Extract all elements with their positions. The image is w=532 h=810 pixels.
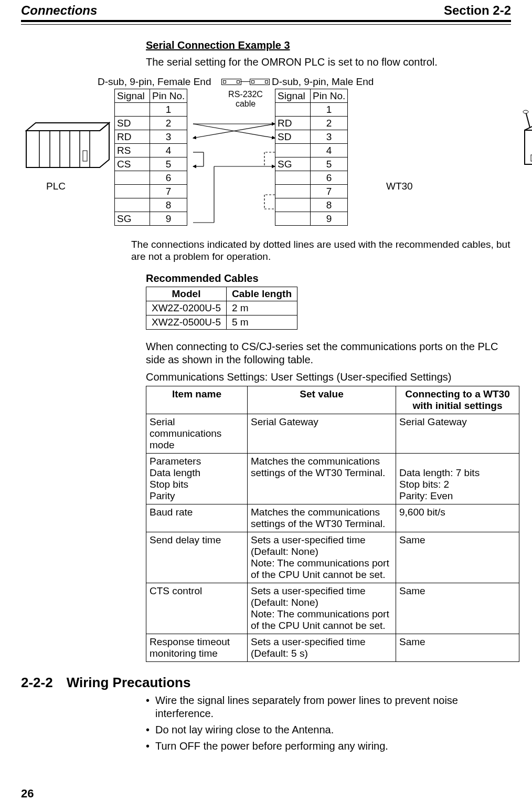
l5s: CS [115, 157, 150, 171]
page-header: Connections Section 2-2 [21, 0, 511, 18]
l4s: RS [115, 144, 150, 157]
recommended-cables-heading: Recommended Cables [146, 272, 511, 285]
s4-item: CTS control [146, 583, 248, 634]
l1s [115, 103, 150, 117]
svg-rect-20 [83, 151, 87, 161]
r6s [275, 171, 311, 185]
plc-icon [21, 110, 110, 178]
pin-table-right: Signal Pin No. 1 RD2 SD3 4 SG5 6 7 8 9 [275, 89, 348, 226]
serial-example-heading: Serial Connection Example 3 [146, 39, 511, 51]
precaution-0: Wire the signal lines separately from po… [146, 694, 511, 720]
wt30-label: WT30 [386, 181, 413, 192]
r8s [275, 198, 311, 212]
s1-item: Parameters Data length Stop bits Parity [146, 453, 248, 504]
right-col-pin: Pin No. [311, 89, 348, 103]
s3-conn: Same [396, 532, 519, 583]
l9s: SG [115, 212, 150, 226]
left-col-pin: Pin No. [150, 89, 187, 103]
s5-conn: Same [396, 634, 519, 661]
s3-set: Sets a user-specified time (Default: Non… [248, 532, 396, 583]
settings-intro2: Communications Settings: User Settings (… [146, 371, 511, 384]
set-col-item: Item name [146, 386, 248, 414]
svg-point-21 [523, 110, 528, 113]
header-rule [21, 20, 511, 25]
r3p: 3 [311, 130, 348, 144]
header-left: Connections [21, 3, 97, 18]
rec-col-model: Model [146, 287, 227, 301]
l8p: 8 [150, 198, 187, 212]
r8p: 8 [311, 198, 348, 212]
female-end-label: D-sub, 9-pin, Female End [98, 76, 211, 88]
l7p: 7 [150, 185, 187, 198]
r3s: SD [275, 130, 311, 144]
s4-conn: Same [396, 583, 519, 634]
right-col-signal: Signal [275, 89, 311, 103]
s0-set: Serial Gateway [248, 414, 396, 453]
s2-item: Baud rate [146, 504, 248, 532]
r2s: RD [275, 117, 311, 130]
settings-intro1: When connecting to CS/CJ-series set the … [146, 340, 511, 366]
s2-conn: 9,600 bit/s [396, 504, 519, 532]
l3s: RD [115, 130, 150, 144]
l4p: 4 [150, 144, 187, 157]
wiring-diagram: D-sub, 9-pin, Female End D-sub, 9-pin, M… [109, 78, 511, 236]
wiring-precautions-list: Wire the signal lines separately from po… [146, 694, 511, 753]
r7s [275, 185, 311, 198]
r2p: 2 [311, 117, 348, 130]
l7s [115, 185, 150, 198]
s1-conn: Data length: 7 bits Stop bits: 2 Parity:… [396, 453, 519, 504]
connector-left-icon [221, 79, 241, 85]
r9s [275, 212, 311, 226]
s5-set: Sets a user-specified time (Default: 5 s… [248, 634, 396, 661]
rec-0-model: XW2Z-0200U-5 [146, 301, 227, 315]
wiring-precautions-heading: 2-2-2 Wiring Precautions [21, 675, 511, 691]
l8s [115, 198, 150, 212]
r6p: 6 [311, 171, 348, 185]
r4s [275, 144, 311, 157]
r5s: SG [275, 157, 311, 171]
s0-conn: Serial Gateway [396, 414, 519, 453]
cable-line [240, 81, 250, 82]
l5p: 5 [150, 157, 187, 171]
rec-1-model: XW2Z-0500U-5 [146, 315, 227, 329]
cable-label: RS-232C cable [222, 90, 269, 108]
r9p: 9 [311, 212, 348, 226]
l1p: 1 [150, 103, 187, 117]
pin-table-left: Signal Pin No. 1 SD2 RD3 RS4 CS5 6 7 8 S… [114, 89, 187, 226]
r5p: 5 [311, 157, 348, 171]
header-right: Section 2-2 [444, 3, 511, 18]
l6p: 6 [150, 171, 187, 185]
svg-line-1 [193, 124, 275, 138]
r4p: 4 [311, 144, 348, 157]
page-number: 26 [21, 787, 34, 801]
r1p: 1 [311, 103, 348, 117]
l6s [115, 171, 150, 185]
l2p: 2 [150, 117, 187, 130]
r7p: 7 [311, 185, 348, 198]
rec-0-length: 2 m [227, 301, 297, 315]
precaution-2: Turn OFF the power before performing any… [146, 740, 511, 753]
s5-item: Response timeout monitoring time [146, 634, 248, 661]
set-col-set: Set value [248, 386, 396, 414]
recommended-cables-table: Model Cable length XW2Z-0200U-5 2 m XW2Z… [146, 287, 297, 330]
s2-set: Matches the communications settings of t… [248, 504, 396, 532]
plc-label: PLC [46, 181, 66, 192]
l2s: SD [115, 117, 150, 130]
serial-intro: The serial setting for the OMRON PLC is … [146, 56, 511, 69]
set-col-conn: Connecting to a WT30 with initial settin… [396, 386, 519, 414]
precaution-1: Do not lay wiring close to the Antenna. [146, 723, 511, 737]
wt30-icon [515, 107, 532, 175]
rec-1-length: 5 m [227, 315, 297, 329]
connector-right-icon [250, 79, 270, 85]
s4-set: Sets a user-specified time (Default: Non… [248, 583, 396, 634]
s3-item: Send delay time [146, 532, 248, 583]
l9p: 9 [150, 212, 187, 226]
s1-set: Matches the communications settings of t… [248, 453, 396, 504]
rec-col-length: Cable length [227, 287, 297, 301]
settings-table: Item name Set value Connecting to a WT30… [146, 386, 519, 662]
l3p: 3 [150, 130, 187, 144]
svg-line-2 [193, 124, 275, 138]
dotted-line-note: The connections indicated by dotted line… [131, 239, 511, 263]
left-col-signal: Signal [115, 89, 150, 103]
male-end-label: D-sub, 9-pin, Male End [272, 76, 374, 88]
